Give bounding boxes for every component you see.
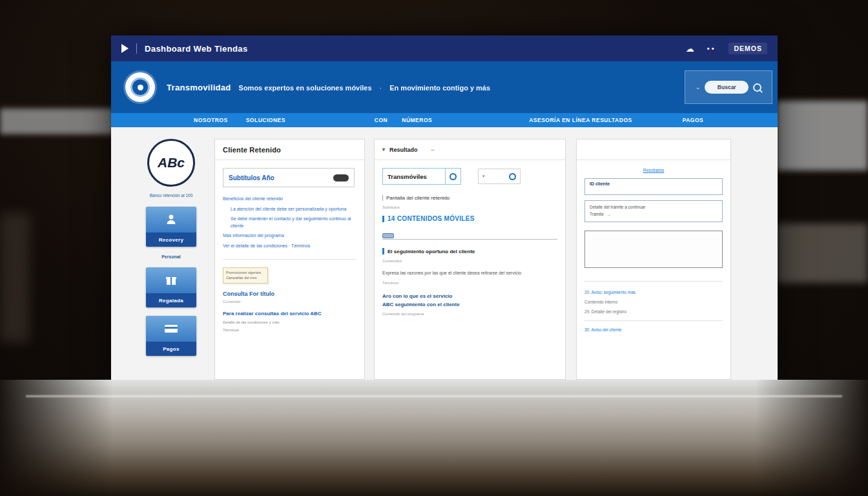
filter-row: Transmóviles ▾ (382, 168, 557, 185)
desk-reflection (0, 380, 868, 496)
header-separator: · (380, 84, 382, 92)
radio-cell-1[interactable] (446, 168, 461, 185)
header-tagline-1: Somos expertos en soluciones móviles (239, 84, 372, 92)
chevron-down-icon[interactable]: ⌄ (608, 212, 611, 216)
sidebar-tile-pagos[interactable]: Pagos (146, 316, 196, 356)
card1-body: Subtítulos Año Beneficios del cliente re… (215, 160, 364, 379)
tile-label: Recovery (146, 232, 196, 247)
bold-line-text: El seguimiento oportuno del cliente (388, 249, 475, 254)
select-value: Transmóviles (388, 173, 427, 180)
tramite-line1: Detalle del trámite a continuar (590, 203, 718, 211)
tramite-line2: Trámite ⌄ (590, 211, 718, 218)
bold-line: El seguimiento oportuno del cliente (382, 248, 557, 254)
search-panel: ⌄ (685, 70, 772, 104)
card3-body: Resultados ID cliente Detalle del trámit… (577, 160, 730, 379)
brand-row: Transmovilidad Somos expertos en solucio… (167, 83, 490, 92)
lead-text: Pantalla del cliente retenido (386, 195, 450, 201)
cloud-icon[interactable]: ☁ (686, 45, 694, 53)
brand-logo-ring (130, 78, 150, 97)
comments-textarea[interactable] (584, 231, 723, 268)
card3-header (577, 140, 730, 160)
promo-note-line2: Campañas del mes (226, 275, 265, 280)
search-icon[interactable] (753, 83, 761, 92)
browser-window: Dashboard Web Tiendas ☁ •• DEMOS Transmo… (111, 36, 778, 380)
sidebar-tile-recovery[interactable]: Recovery (146, 207, 196, 247)
background-band-right (776, 101, 868, 170)
nav-item-soluciones[interactable]: SOLUCIONES (246, 117, 285, 123)
card2-header: ▾ Resultado – (375, 140, 565, 160)
progress-slider (382, 232, 557, 240)
id-cliente-field[interactable]: ID cliente (584, 178, 723, 195)
list-item[interactable]: 30. Aviso del cliente (584, 325, 723, 335)
caption-subtitulos: Subtítulos (382, 205, 557, 209)
titlebar-separator (136, 43, 137, 54)
gift-icon (146, 267, 196, 293)
demos-button[interactable]: DEMOS (728, 43, 767, 54)
titlebar-actions: ☁ •• DEMOS (686, 43, 767, 54)
tile-label: Pagos (146, 342, 196, 356)
resultados-link[interactable]: Resultados (643, 168, 665, 172)
brand-name: Transmovilidad (167, 83, 231, 92)
link-item[interactable]: Ver el detalle de las condiciones · Térm… (223, 243, 356, 250)
nav-item-con[interactable]: CON (375, 117, 388, 123)
chevron-down-icon[interactable]: ▾ (382, 147, 385, 152)
tramite-line2-text: Trámite (590, 212, 604, 216)
page-content: ABc Banco retención al 100 Recovery Pers… (111, 127, 778, 380)
card-resultado: ▾ Resultado – Transmóviles ▾ (374, 139, 566, 380)
subtitle-year-control[interactable]: Subtítulos Año (223, 168, 355, 187)
transmoviles-select[interactable]: Transmóviles (382, 168, 446, 185)
divider (223, 259, 356, 260)
section-caption: Contenido (223, 300, 356, 304)
control-label: Subtítulos Año (229, 174, 274, 181)
card-formulario: Resultados ID cliente Detalle del trámit… (576, 139, 731, 380)
chevron-down-icon: ▾ (482, 174, 485, 179)
nav-item-numeros[interactable]: NÚMEROS (402, 117, 432, 123)
lead-line: Pantalla del cliente retenido (382, 195, 557, 201)
contenidos-link[interactable]: 14 CONTENIDOS MÓVILES (382, 215, 557, 222)
caption-terminos: Términos (382, 281, 557, 285)
brand-logo-icon[interactable] (125, 72, 155, 102)
play-icon[interactable] (121, 44, 129, 53)
result-list: 20. Aviso: seguimiento más Contenido int… (584, 281, 723, 335)
bold-2a: Aro con lo que es el servicio (382, 293, 557, 299)
promo-note[interactable]: Promociones vigentes Campañas del mes (223, 267, 268, 284)
background-band-right2 (776, 223, 868, 283)
photo-background: Dashboard Web Tiendas ☁ •• DEMOS Transmo… (0, 0, 868, 496)
abc-logo: ABc (147, 139, 195, 187)
nav-item-pagos[interactable]: PAGOS (683, 117, 704, 123)
link-item[interactable]: La atención del cliente debe ser persona… (223, 206, 356, 213)
search-input[interactable] (705, 81, 749, 94)
collapse-dash-icon[interactable]: – (431, 147, 435, 153)
tramite-field[interactable]: Detalle del trámite a continuar Trámite … (584, 200, 723, 222)
brand-logo-dot (138, 85, 143, 90)
caption-programa: Contenido del programa (382, 312, 557, 316)
radio-icon (450, 173, 457, 180)
list-item[interactable]: 29. Detalle del registro (584, 307, 723, 321)
contenidos-link-text: 14 CONTENIDOS MÓVILES (388, 215, 475, 222)
promo-note-line1: Promociones vigentes (226, 270, 265, 275)
card1-header: Cliente Retenido (215, 140, 364, 160)
card-cliente-retenido: Cliente Retenido Subtítulos Año Benefici… (214, 139, 365, 380)
sidebar-tile-regalada[interactable]: Regalada (146, 267, 196, 307)
nav-item-asesoria[interactable]: ASESORÍA EN LÍNEA RESULTADOS (529, 117, 632, 123)
site-header: Transmovilidad Somos expertos en solucio… (111, 61, 778, 113)
slider-handle[interactable] (382, 233, 394, 238)
nav-item-nosotros[interactable]: NOSOTROS (194, 117, 228, 123)
card2-title: Resultado (389, 147, 418, 153)
titlebar: Dashboard Web Tiendas ☁ •• DEMOS (111, 36, 778, 61)
list-item[interactable]: Contenido interno (584, 297, 723, 307)
consulta-link[interactable]: Para realizar consultas del servicio ABC (223, 311, 356, 316)
link-item[interactable]: Beneficios del cliente retenido (223, 196, 356, 203)
tile-label: Regalada (146, 293, 196, 307)
toggle-pill[interactable] (333, 174, 349, 181)
list-item[interactable]: 20. Aviso: seguimiento más (584, 287, 723, 297)
chevron-down-icon[interactable]: ⌄ (696, 84, 701, 90)
sidebar-caption-top: Banco retención al 100 (150, 192, 193, 198)
more-options-icon[interactable]: •• (707, 45, 716, 52)
card-icon (146, 316, 196, 342)
link-item[interactable]: Más información del programa (223, 232, 356, 240)
link-item[interactable]: Se debe mantener el contacto y dar segui… (223, 216, 356, 229)
secondary-select[interactable]: ▾ (478, 169, 521, 184)
paragraph: Expresa las razones por las que el clien… (382, 269, 543, 276)
background-band-left (0, 108, 114, 134)
